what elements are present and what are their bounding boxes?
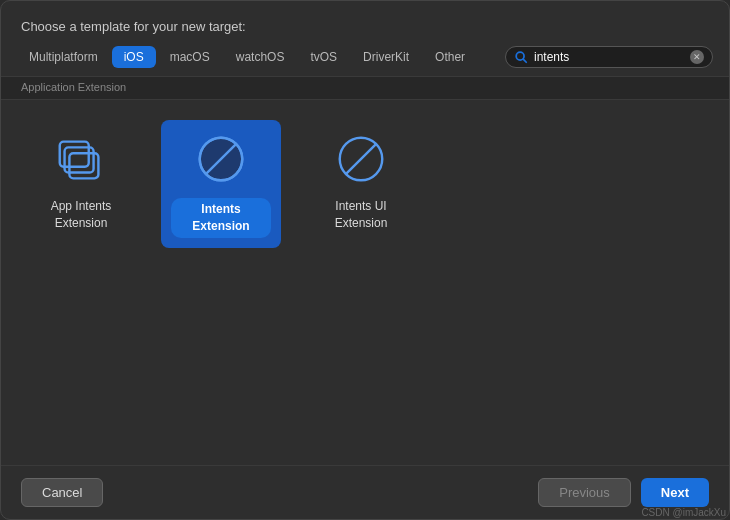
intents-extension-label: Intents Extension xyxy=(171,198,271,238)
cancel-button[interactable]: Cancel xyxy=(21,478,103,507)
app-intents-extension-icon xyxy=(52,130,110,188)
search-clear-button[interactable]: ✕ xyxy=(690,50,704,64)
tab-macos[interactable]: macOS xyxy=(158,46,222,68)
dialog-title: Choose a template for your new target: xyxy=(1,1,729,46)
intents-ui-extension-label: Intents UIExtension xyxy=(335,198,388,232)
dialog-footer: Cancel Previous Next xyxy=(1,465,729,519)
intents-ui-extension-icon xyxy=(332,130,390,188)
search-icon xyxy=(514,50,528,64)
footer-right-buttons: Previous Next xyxy=(538,478,709,507)
tab-ios[interactable]: iOS xyxy=(112,46,156,68)
tabs-container: Multiplatform iOS macOS watchOS tvOS Dri… xyxy=(17,46,477,68)
intents-extension-icon xyxy=(192,130,250,188)
template-item-intents-ui-extension[interactable]: Intents UIExtension xyxy=(301,120,421,242)
template-dialog: Choose a template for your new target: M… xyxy=(0,0,730,520)
tabs-row: Multiplatform iOS macOS watchOS tvOS Dri… xyxy=(1,46,729,76)
template-item-app-intents-extension[interactable]: App IntentsExtension xyxy=(21,120,141,242)
tab-watchos[interactable]: watchOS xyxy=(224,46,297,68)
app-intents-extension-label: App IntentsExtension xyxy=(51,198,112,232)
tab-other[interactable]: Other xyxy=(423,46,477,68)
tab-multiplatform[interactable]: Multiplatform xyxy=(17,46,110,68)
next-button[interactable]: Next xyxy=(641,478,709,507)
svg-line-9 xyxy=(346,144,377,175)
content-area: App IntentsExtension Intents Extension xyxy=(1,100,729,465)
previous-button[interactable]: Previous xyxy=(538,478,631,507)
search-input[interactable] xyxy=(534,50,684,64)
tab-tvos[interactable]: tvOS xyxy=(298,46,349,68)
tab-driverkit[interactable]: DriverKit xyxy=(351,46,421,68)
svg-line-1 xyxy=(523,59,526,62)
watermark: CSDN @imJackXu xyxy=(641,507,726,518)
templates-grid: App IntentsExtension Intents Extension xyxy=(21,120,709,248)
section-header: Application Extension xyxy=(1,76,729,100)
search-box[interactable]: ✕ xyxy=(505,46,713,68)
template-item-intents-extension[interactable]: Intents Extension xyxy=(161,120,281,248)
